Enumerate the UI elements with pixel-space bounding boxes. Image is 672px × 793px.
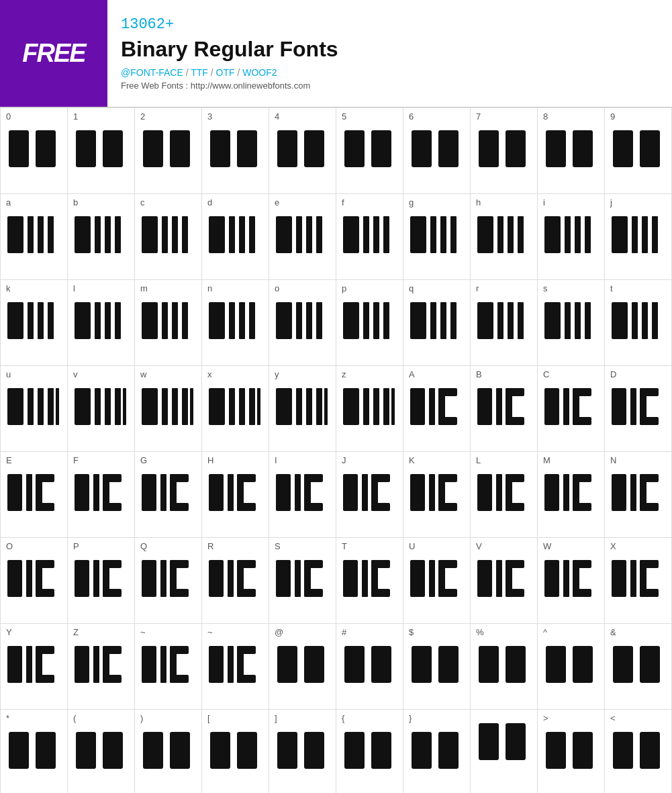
svg-rect-300 bbox=[613, 732, 633, 769]
glyph-label: & bbox=[610, 628, 616, 637]
svg-rect-68 bbox=[142, 302, 158, 339]
svg-rect-165 bbox=[209, 474, 224, 511]
svg-rect-299 bbox=[573, 732, 593, 769]
svg-rect-171 bbox=[295, 474, 301, 511]
svg-rect-185 bbox=[477, 474, 492, 511]
svg-rect-216 bbox=[228, 560, 234, 597]
glyph-character bbox=[6, 383, 61, 438]
svg-rect-159 bbox=[103, 474, 109, 511]
glyph-cell: m bbox=[135, 280, 202, 366]
glyph-cell bbox=[471, 710, 538, 793]
glyph-label: N bbox=[610, 456, 616, 465]
glyph-cell: n bbox=[202, 280, 269, 366]
glyph-cell: w bbox=[135, 366, 202, 452]
glyph-character bbox=[610, 469, 665, 524]
glyph-character bbox=[342, 125, 397, 181]
glyph-character bbox=[275, 297, 330, 353]
svg-rect-214 bbox=[170, 560, 177, 597]
glyph-label: C bbox=[543, 370, 549, 379]
glyph-character bbox=[610, 211, 665, 267]
svg-rect-220 bbox=[276, 560, 291, 597]
svg-rect-99 bbox=[652, 302, 658, 339]
svg-rect-105 bbox=[75, 388, 91, 425]
svg-rect-292 bbox=[344, 732, 365, 769]
svg-rect-38 bbox=[306, 216, 312, 253]
glyph-cell: 2 bbox=[135, 108, 202, 194]
svg-rect-254 bbox=[36, 646, 42, 683]
svg-rect-35 bbox=[249, 216, 255, 253]
glyph-label: k bbox=[6, 284, 11, 293]
glyph-label: o bbox=[275, 284, 279, 293]
svg-rect-189 bbox=[506, 474, 512, 511]
svg-rect-249 bbox=[640, 560, 646, 597]
glyph-cell: O bbox=[1, 538, 68, 624]
svg-rect-112 bbox=[172, 388, 178, 425]
svg-rect-291 bbox=[304, 732, 324, 769]
font-url: Free Web Fonts : http://www.onlinewebfon… bbox=[121, 81, 338, 91]
ttf-tag: TTF bbox=[191, 67, 208, 78]
svg-rect-270 bbox=[277, 646, 297, 683]
svg-rect-282 bbox=[9, 732, 29, 769]
glyph-character bbox=[610, 125, 665, 181]
svg-rect-246 bbox=[630, 560, 636, 597]
glyph-label: u bbox=[6, 370, 11, 379]
svg-rect-54 bbox=[575, 216, 581, 253]
glyph-cell: U bbox=[403, 538, 471, 624]
svg-rect-8 bbox=[277, 130, 297, 167]
otf-tag: OTF bbox=[216, 67, 235, 78]
svg-rect-206 bbox=[93, 560, 99, 597]
glyph-label: p bbox=[342, 284, 346, 293]
svg-rect-150 bbox=[7, 474, 22, 511]
svg-rect-22 bbox=[38, 216, 44, 253]
svg-rect-209 bbox=[103, 560, 109, 597]
svg-rect-271 bbox=[304, 646, 324, 683]
svg-rect-67 bbox=[115, 302, 121, 339]
svg-rect-52 bbox=[544, 216, 561, 253]
svg-rect-204 bbox=[36, 560, 42, 597]
svg-rect-195 bbox=[612, 474, 626, 511]
glyph-label: B bbox=[476, 370, 482, 379]
glyph-label: s bbox=[543, 284, 548, 293]
svg-rect-20 bbox=[7, 216, 23, 253]
svg-rect-215 bbox=[209, 560, 224, 597]
glyph-cell: 6 bbox=[403, 108, 471, 194]
glyph-cell: q bbox=[403, 280, 471, 366]
svg-rect-140 bbox=[544, 388, 559, 425]
glyph-character bbox=[409, 469, 464, 524]
glyph-character bbox=[409, 555, 464, 610]
svg-rect-156 bbox=[93, 474, 99, 511]
glyph-label: 3 bbox=[207, 112, 212, 121]
svg-rect-200 bbox=[7, 560, 22, 597]
glyph-label: T bbox=[342, 542, 347, 551]
svg-rect-241 bbox=[563, 560, 569, 597]
glyph-cell: X bbox=[605, 538, 672, 624]
svg-rect-284 bbox=[76, 732, 96, 769]
svg-rect-113 bbox=[182, 388, 188, 425]
svg-rect-9 bbox=[304, 130, 324, 167]
glyph-label: q bbox=[409, 284, 414, 293]
glyph-label: r bbox=[476, 284, 479, 293]
svg-rect-98 bbox=[642, 302, 648, 339]
svg-rect-288 bbox=[210, 732, 230, 769]
svg-rect-234 bbox=[438, 560, 445, 597]
svg-rect-266 bbox=[228, 646, 234, 683]
svg-rect-49 bbox=[497, 216, 503, 253]
svg-rect-129 bbox=[391, 388, 395, 425]
glyph-character bbox=[73, 297, 128, 353]
svg-rect-58 bbox=[642, 216, 648, 253]
svg-rect-274 bbox=[412, 646, 432, 683]
svg-rect-272 bbox=[344, 646, 365, 683]
glyph-character bbox=[409, 211, 464, 267]
glyph-character bbox=[409, 383, 464, 438]
glyph-label: 5 bbox=[342, 112, 346, 121]
svg-rect-131 bbox=[429, 388, 435, 425]
svg-rect-127 bbox=[373, 388, 379, 425]
font-count: 13062+ bbox=[121, 16, 338, 33]
svg-rect-154 bbox=[36, 474, 42, 511]
svg-rect-91 bbox=[518, 302, 524, 339]
header-info: 13062+ Binary Regular Fonts @FONT-FACE /… bbox=[107, 0, 352, 107]
glyph-cell: k bbox=[1, 280, 68, 366]
glyph-label: ) bbox=[140, 714, 143, 722]
glyph-label: 7 bbox=[476, 112, 481, 121]
glyph-label: ~ bbox=[207, 628, 213, 637]
